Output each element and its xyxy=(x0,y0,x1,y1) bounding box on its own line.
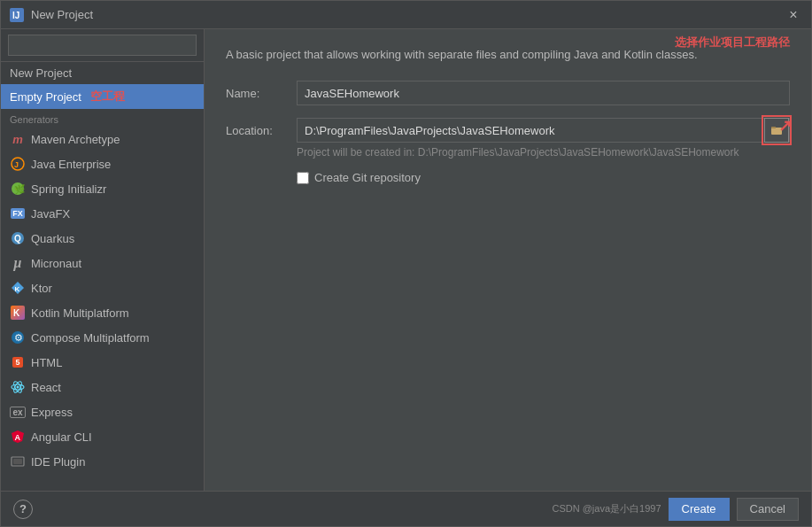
sidebar-item-ide-plugin[interactable]: IDE Plugin xyxy=(1,449,204,474)
title-bar: IJ New Project × xyxy=(1,1,811,29)
javafx-label: JavaFX xyxy=(31,207,70,221)
name-label: Name: xyxy=(226,87,297,100)
sidebar-item-compose-mp[interactable]: ⚙ Compose Multiplatform xyxy=(1,325,204,350)
kotlin-mp-label: Kotlin Multiplatform xyxy=(31,306,129,320)
svg-text:A: A xyxy=(15,433,21,442)
compose-mp-icon: ⚙ xyxy=(10,329,26,345)
ide-plugin-icon xyxy=(10,453,26,469)
search-input[interactable] xyxy=(8,35,197,56)
empty-project-label: Empty Project xyxy=(10,90,81,104)
express-label: Express xyxy=(31,406,73,419)
footer-buttons: CSDN @java是小白1997 Create Cancel xyxy=(552,498,799,521)
location-input[interactable] xyxy=(298,119,764,142)
svg-rect-22 xyxy=(771,128,782,135)
app-icon: IJ xyxy=(10,8,24,22)
section-generators: Generators xyxy=(1,109,204,127)
sidebar-item-react[interactable]: React xyxy=(1,375,204,399)
spring-icon: 🌿 xyxy=(10,181,26,197)
sidebar-item-html[interactable]: 5 HTML xyxy=(1,350,204,375)
git-checkbox-label[interactable]: Create Git repository xyxy=(314,171,421,184)
cancel-button[interactable]: Cancel xyxy=(737,498,799,521)
quarkus-label: Quarkus xyxy=(31,232,74,245)
micronaut-label: Micronaut xyxy=(31,257,81,270)
svg-text:K: K xyxy=(15,285,20,293)
svg-text:🌿: 🌿 xyxy=(14,183,26,195)
svg-text:J: J xyxy=(14,160,19,169)
dialog-title: New Project xyxy=(31,8,785,21)
ktor-label: Ktor xyxy=(31,282,52,295)
sidebar-item-spring[interactable]: 🌿 Spring Initializr xyxy=(1,176,204,201)
watermark: CSDN @java是小白1997 xyxy=(552,502,661,515)
sidebar-item-micronaut[interactable]: μ Micronaut xyxy=(1,251,204,275)
svg-rect-23 xyxy=(771,127,776,128)
spring-label: Spring Initializr xyxy=(31,182,106,196)
sidebar-item-quarkus[interactable]: Q Quarkus xyxy=(1,226,204,251)
footer-bar: ? CSDN @java是小白1997 Create Cancel xyxy=(1,491,811,526)
java-enterprise-label: Java Enterprise xyxy=(31,158,111,171)
sidebar-item-kotlin-mp[interactable]: K Kotlin Multiplatform xyxy=(1,300,204,325)
maven-label: Maven Archetype xyxy=(31,133,120,146)
location-input-wrap xyxy=(297,118,790,143)
browse-button[interactable] xyxy=(764,118,789,143)
help-button[interactable]: ? xyxy=(13,500,33,519)
sidebar-item-javafx[interactable]: FX JavaFX xyxy=(1,201,204,226)
name-input[interactable] xyxy=(297,81,790,105)
html-icon: 5 xyxy=(10,354,26,370)
svg-text:Q: Q xyxy=(14,234,21,244)
angular-label: Angular CLI xyxy=(31,430,92,444)
compose-mp-label: Compose Multiplatform xyxy=(31,331,150,345)
quarkus-icon: Q xyxy=(10,230,26,246)
main-panel: 选择作业项目工程路径 A basic project that allows w… xyxy=(205,29,811,491)
maven-icon: m xyxy=(10,131,26,147)
react-icon xyxy=(10,379,26,395)
search-box xyxy=(1,29,204,62)
location-label: Location: xyxy=(226,124,297,137)
svg-text:⚙: ⚙ xyxy=(14,332,23,343)
location-row: ↗ Location: xyxy=(226,118,790,143)
sidebar-item-java-enterprise[interactable]: J Java Enterprise xyxy=(1,151,204,176)
name-row: Name: xyxy=(226,81,790,105)
folder-icon xyxy=(770,124,783,136)
sidebar-item-ktor[interactable]: K Ktor xyxy=(1,275,204,300)
micronaut-icon: μ xyxy=(10,255,26,271)
sidebar-item-empty-project[interactable]: Empty Project 空工程 xyxy=(1,84,204,109)
svg-text:K: K xyxy=(13,308,20,318)
react-label: React xyxy=(31,381,61,394)
html-label: HTML xyxy=(31,356,62,369)
svg-point-17 xyxy=(17,386,19,389)
kotlin-mp-icon: K xyxy=(10,305,26,321)
create-button[interactable]: Create xyxy=(669,498,730,521)
new-project-dialog: IJ New Project × New Project Empty Proje… xyxy=(0,0,812,527)
javafx-icon: FX xyxy=(10,205,26,221)
java-enterprise-icon: J xyxy=(10,156,26,172)
annotation-path-label: 选择作业项目工程路径 xyxy=(675,35,790,50)
annotation-empty-project: 空工程 xyxy=(90,89,125,105)
path-hint: Project will be created in: D:\ProgramFi… xyxy=(297,146,790,159)
svg-rect-21 xyxy=(13,459,22,464)
express-icon: ex xyxy=(10,404,26,420)
sidebar-item-angular[interactable]: A Angular CLI xyxy=(1,424,204,449)
git-checkbox[interactable] xyxy=(297,172,309,184)
new-project-label: New Project xyxy=(10,66,72,80)
sidebar: New Project Empty Project 空工程 Generators… xyxy=(1,29,205,491)
close-button[interactable]: × xyxy=(785,6,802,24)
ide-plugin-label: IDE Plugin xyxy=(31,455,85,469)
svg-text:IJ: IJ xyxy=(12,11,19,20)
sidebar-item-maven[interactable]: m Maven Archetype xyxy=(1,127,204,151)
sidebar-item-new-project[interactable]: New Project xyxy=(1,62,204,84)
sidebar-item-express[interactable]: ex Express xyxy=(1,399,204,424)
dialog-content: New Project Empty Project 空工程 Generators… xyxy=(1,29,811,491)
ktor-icon: K xyxy=(10,280,26,296)
git-checkbox-row: Create Git repository xyxy=(297,171,790,184)
angular-icon: A xyxy=(10,429,26,445)
